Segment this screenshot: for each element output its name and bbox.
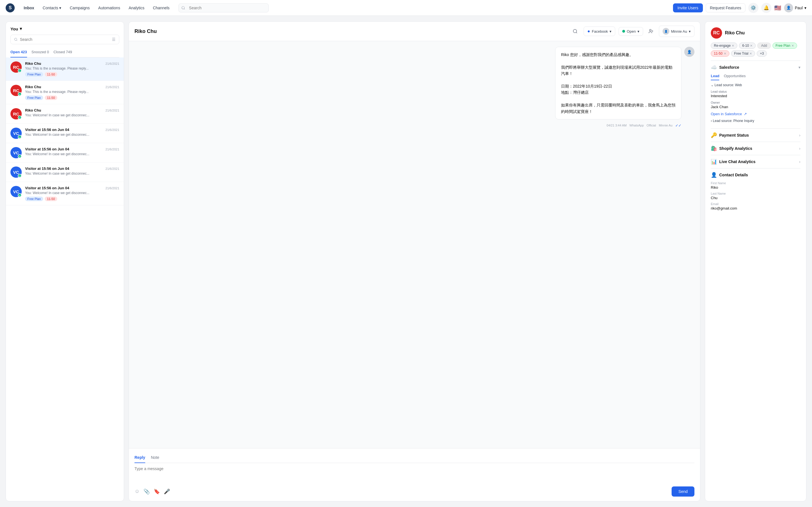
add-tag-button[interactable]: Add — [757, 43, 770, 49]
sf-tab-lead[interactable]: Lead — [711, 74, 719, 80]
search-input[interactable] — [179, 3, 269, 12]
expand-chat-analytics-icon[interactable]: › — [799, 159, 801, 164]
request-features-button[interactable]: Request Features — [706, 3, 746, 12]
tag-chip-reengage[interactable]: Re-engage ✕ — [711, 43, 737, 49]
expand-payment-icon[interactable]: › — [799, 133, 801, 137]
live-chat-analytics-section-header[interactable]: 📊 Live Chat Analytics › — [711, 155, 801, 168]
conversation-item[interactable]: VC ● Visitor at 15:56 on Jun 04 21/6/202… — [6, 182, 124, 205]
tag[interactable]: Free Plan — [25, 72, 43, 76]
contact-header: RC Riko Chu — [711, 27, 801, 39]
tag[interactable]: 11-50 — [45, 96, 57, 100]
contact-details-title: Contact Details — [719, 173, 748, 177]
agent-selector[interactable]: You ▾ — [10, 26, 119, 35]
salesforce-title: Salesforce — [719, 65, 739, 69]
user-menu[interactable]: 👤 Paul ▾ — [784, 3, 806, 12]
invite-users-button[interactable]: Invite Users — [673, 3, 703, 12]
nav-channels[interactable]: Channels — [149, 4, 173, 12]
channel-indicator: ● — [18, 92, 22, 96]
add-participant-button[interactable] — [647, 27, 656, 36]
conversation-item[interactable]: RC ● Riko Chu 21/6/2021 You: This is the… — [6, 81, 124, 104]
channel-indicator: ● — [18, 174, 22, 178]
nav-automations[interactable]: Automations — [95, 4, 123, 12]
conversation-search-input[interactable] — [20, 37, 110, 42]
nav-contacts[interactable]: Contacts ▾ — [39, 4, 64, 12]
lead-source-2[interactable]: › Lead source: Phone Inquiry — [711, 119, 801, 123]
email-value: riko@gmail.com — [711, 206, 801, 210]
bookmark-icon[interactable]: 🔖 — [154, 489, 160, 495]
channel-indicator: ● — [18, 69, 22, 73]
language-flag[interactable]: 🇺🇸 — [774, 4, 781, 11]
payment-status-section-header[interactable]: 🔑 Payment Status › — [711, 128, 801, 142]
reply-tabs: Reply Note — [135, 453, 695, 463]
app-logo[interactable]: S — [6, 3, 15, 12]
tab-note[interactable]: Note — [151, 453, 159, 463]
read-receipt-icon: ✓✓ — [675, 123, 681, 128]
tag-chip-6-10[interactable]: 6-10 ✕ — [739, 43, 756, 49]
tag[interactable]: 11-50 — [45, 196, 57, 201]
shopify-icon: 🛍️ — [711, 145, 717, 152]
reply-textarea[interactable] — [135, 466, 695, 483]
tag-chip-more[interactable]: +3 — [757, 50, 767, 57]
tag[interactable]: 11-50 — [45, 72, 57, 76]
svg-point-1 — [15, 38, 17, 40]
remove-tag-icon[interactable]: ✕ — [749, 52, 752, 55]
audio-icon[interactable]: 🎤 — [164, 489, 170, 495]
conversation-item[interactable]: RC ● Riko Chu 21/6/2021 You: This is the… — [6, 57, 124, 81]
convo-tags: Free Plan 11-50 — [25, 96, 119, 100]
tab-snoozed[interactable]: Snoozed 0 — [32, 48, 49, 57]
top-navigation: S Inbox Contacts ▾ Campaigns Automations… — [0, 0, 812, 16]
first-name-field: First Name Riko — [711, 181, 801, 189]
conversation-item[interactable]: VC ● Visitor at 15:56 on Jun 04 21/6/202… — [6, 143, 124, 163]
tag-chip-11-50[interactable]: 11-50 ✕ — [711, 50, 729, 57]
emoji-icon[interactable]: ☺ — [135, 489, 140, 495]
settings-icon[interactable]: ⚙️ — [748, 3, 758, 13]
nav-inbox[interactable]: Inbox — [20, 4, 38, 12]
channel-label: Facebook — [592, 29, 608, 34]
live-chat-analytics-title: Live Chat Analytics — [719, 159, 756, 164]
remove-tag-icon[interactable]: ✕ — [792, 44, 794, 48]
send-button[interactable]: Send — [672, 487, 695, 497]
conversation-item[interactable]: VC ● Visitor at 15:56 on Jun 04 21/6/202… — [6, 163, 124, 182]
remove-tag-icon[interactable]: ✕ — [732, 44, 734, 48]
convo-date: 21/6/2021 — [105, 167, 119, 170]
status-selector[interactable]: Open ▾ — [619, 27, 643, 36]
conversation-item[interactable]: RC ● Riko Chu 21/6/2021 You: Welcome! In… — [6, 104, 124, 124]
message-sender: Minnie Au — [659, 124, 672, 127]
expand-shopify-icon[interactable]: › — [799, 146, 801, 151]
nav-campaigns[interactable]: Campaigns — [66, 4, 93, 12]
salesforce-section-header[interactable]: ☁️ Salesforce ▾ — [711, 61, 801, 74]
contact-details-content: First Name Riko Last Name Chu Email riko… — [711, 181, 801, 210]
tab-reply[interactable]: Reply — [135, 453, 145, 463]
status-label: Open — [627, 29, 636, 34]
reply-box: Reply Note ☺ 📎 🔖 🎤 Send — [129, 448, 700, 501]
contact-details-section-header[interactable]: 👤 Contact Details — [711, 168, 801, 181]
owner-value: Jack Chan — [711, 105, 801, 109]
filter-icon[interactable]: ☰ — [112, 37, 116, 42]
nav-analytics[interactable]: Analytics — [125, 4, 148, 12]
tag[interactable]: Free Plan — [25, 96, 43, 100]
shopify-analytics-section-header[interactable]: 🛍️ Shopify Analytics › — [711, 142, 801, 155]
tag-chip-freeplan[interactable]: Free Plan ✕ — [772, 43, 797, 49]
tab-closed[interactable]: Closed 749 — [54, 48, 72, 57]
remove-tag-icon[interactable]: ✕ — [724, 52, 726, 55]
assignee-selector[interactable]: 👤 Minnie Au ▾ — [659, 25, 695, 37]
search-conversation-button[interactable] — [570, 26, 580, 36]
remove-tag-icon[interactable]: ✕ — [750, 44, 753, 48]
message-line4: 地點：灣仔總店 — [561, 89, 675, 96]
channel-selector[interactable]: ● Facebook ▾ — [583, 26, 615, 36]
collapse-salesforce-icon[interactable]: ▾ — [799, 65, 801, 69]
tag-chip-freetrial[interactable]: Free Trial ✕ — [731, 50, 755, 57]
convo-date: 21/6/2021 — [105, 128, 119, 131]
message-line2: 我們即將舉辦大型展覽，誠邀您到現場來試用2022年最新的電動汽車！ — [561, 64, 675, 77]
notifications-icon[interactable]: 🔔 — [761, 3, 771, 13]
lead-source[interactable]: ⌄ Lead source: Web — [711, 83, 801, 87]
tag[interactable]: Free Plan — [25, 196, 43, 201]
avatar: RC ● — [10, 85, 22, 96]
tab-open[interactable]: Open 423 — [10, 48, 27, 57]
contact-name: Visitor at 15:56 on Jun 04 — [25, 147, 69, 151]
email-label: Email — [711, 202, 801, 206]
conversation-item[interactable]: VC ● Visitor at 15:56 on Jun 04 21/6/202… — [6, 124, 124, 143]
attachment-icon[interactable]: 📎 — [144, 489, 150, 495]
open-in-salesforce-button[interactable]: Open in Salesforce ↗ — [711, 112, 747, 116]
sf-tab-opportunities[interactable]: Opportunities — [724, 74, 746, 80]
